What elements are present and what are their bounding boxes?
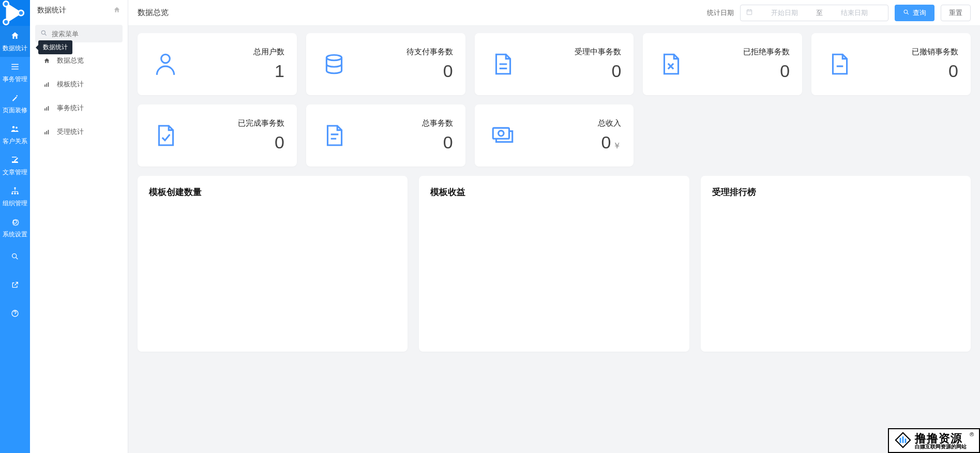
topbar: 数据总览 统计日期 至 查询 重置 (128, 0, 980, 26)
stat-label: 待支付事务数 (359, 47, 453, 57)
stat-value: 0 (190, 132, 284, 153)
end-date-input[interactable] (826, 9, 883, 17)
nav-help-button[interactable] (0, 300, 30, 328)
date-range-picker[interactable]: 至 (740, 5, 888, 21)
side-search[interactable] (35, 25, 123, 42)
stat-value: 0 (527, 61, 622, 81)
document-check-icon (150, 120, 181, 151)
svg-point-28 (326, 55, 341, 60)
nav-search-button[interactable] (0, 243, 30, 271)
svg-point-1 (4, 2, 9, 7)
svg-rect-24 (48, 130, 49, 134)
search-icon (40, 29, 48, 38)
svg-point-30 (498, 131, 503, 136)
date-label: 统计日期 (707, 8, 734, 18)
svg-point-7 (12, 126, 15, 129)
chart-icon (43, 81, 51, 88)
coins-icon (319, 49, 350, 80)
help-icon (11, 309, 19, 320)
svg-rect-19 (44, 108, 46, 110)
side-item-label: 数据总览 (57, 56, 84, 65)
wand-icon (10, 93, 20, 104)
side-item-label: 受理统计 (57, 127, 84, 137)
nav-label: 数据统计 (3, 44, 27, 53)
page-title: 数据总览 (138, 8, 169, 18)
stat-value: 0 (359, 61, 453, 81)
nav-item-task-mgmt[interactable]: 事务管理 (0, 57, 30, 88)
svg-rect-9 (14, 187, 16, 189)
users-icon (10, 124, 20, 135)
watermark-logo-icon (894, 431, 912, 451)
side-item-task-stats[interactable]: 事务统计 (30, 96, 128, 120)
app-logo (0, 0, 30, 26)
edit-icon (10, 155, 20, 166)
document-lines-icon (319, 120, 350, 151)
chart-icon (43, 129, 51, 135)
svg-rect-18 (48, 82, 49, 87)
external-link-icon (11, 281, 19, 291)
svg-rect-12 (17, 193, 19, 194)
panel-template-create: 模板创建数量 (138, 176, 408, 352)
svg-point-3 (19, 10, 24, 16)
panel-title: 模板创建数量 (149, 186, 396, 198)
user-icon (150, 49, 181, 80)
nav-tooltip: 数据统计 (38, 40, 72, 54)
home-icon[interactable] (113, 6, 120, 15)
svg-rect-33 (902, 436, 903, 443)
side-title: 数据统计 (37, 6, 66, 15)
nav-item-data-stats[interactable]: 数据统计 (0, 26, 30, 57)
svg-rect-22 (44, 132, 46, 134)
home-icon (10, 31, 20, 42)
panel-template-revenue: 模板收益 (419, 176, 689, 352)
nav-external-button[interactable] (0, 271, 30, 300)
svg-point-13 (12, 253, 17, 258)
nav-item-customer[interactable]: 客户关系 (0, 119, 30, 150)
document-x-icon (655, 49, 686, 80)
svg-rect-34 (904, 439, 906, 443)
svg-rect-5 (11, 66, 19, 67)
watermark-brand: 撸撸资源 (915, 433, 967, 444)
search-icon (11, 252, 19, 263)
side-item-label: 事务统计 (57, 103, 84, 113)
nav-rail: 数据统计 事务管理 页面装修 客户关系 文章管理 组织管理 系统设置 (0, 0, 30, 453)
nav-item-settings[interactable]: 系统设置 (0, 212, 30, 243)
svg-rect-25 (747, 10, 751, 14)
button-label: 重置 (949, 8, 962, 18)
svg-rect-20 (46, 107, 47, 111)
list-icon (10, 62, 20, 73)
stat-label: 已撤销事务数 (864, 47, 958, 57)
stat-card-in-progress: 受理中事务数0 (475, 33, 634, 95)
document-icon (487, 49, 518, 80)
nav-item-article[interactable]: 文章管理 (0, 150, 30, 181)
gear-icon (10, 217, 20, 228)
svg-rect-29 (493, 128, 509, 139)
nav-label: 系统设置 (3, 230, 27, 239)
home-icon (43, 57, 51, 64)
svg-rect-17 (46, 83, 47, 87)
query-button[interactable]: 查询 (895, 5, 934, 21)
start-date-input[interactable] (756, 9, 813, 17)
nav-item-org[interactable]: 组织管理 (0, 181, 30, 212)
svg-rect-16 (44, 84, 46, 86)
nav-item-page-decor[interactable]: 页面装修 (0, 88, 30, 119)
nav-label: 事务管理 (3, 75, 27, 84)
stat-value: 0 (359, 132, 453, 153)
search-icon (903, 9, 910, 17)
nav-label: 客户关系 (3, 137, 27, 146)
svg-rect-10 (11, 193, 13, 194)
svg-point-2 (4, 19, 9, 24)
svg-rect-21 (48, 106, 49, 111)
stat-label: 总事务数 (359, 118, 453, 128)
watermark: 撸撸资源 白嫖互联网资源的网站 ® (888, 428, 980, 453)
stat-label: 总用户数 (190, 47, 284, 57)
reset-button[interactable]: 重置 (941, 5, 971, 21)
watermark-reg: ® (970, 431, 974, 437)
side-item-accept-stats[interactable]: 受理统计 (30, 120, 128, 144)
nav-label: 组织管理 (3, 199, 27, 208)
svg-rect-4 (11, 64, 19, 65)
nav-label: 页面装修 (3, 106, 27, 115)
stat-card-pending-pay: 待支付事务数0 (306, 33, 465, 95)
svg-point-15 (41, 31, 45, 34)
side-item-template-stats[interactable]: 模板统计 (30, 72, 128, 96)
side-search-input[interactable] (52, 30, 139, 38)
